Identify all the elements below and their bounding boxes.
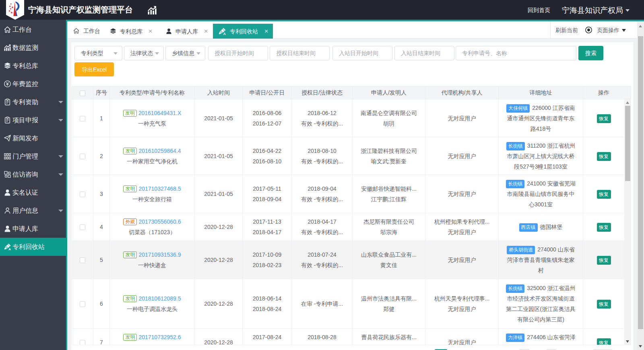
svg-text:¥: ¥ (6, 81, 9, 87)
svg-text:A: A (223, 32, 226, 35)
svg-text:A: A (8, 247, 11, 250)
